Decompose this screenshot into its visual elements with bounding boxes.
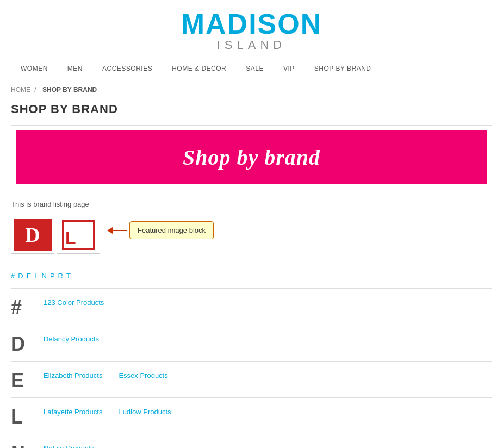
page-title: SHOP BY BRAND bbox=[0, 100, 503, 125]
nav-item-men[interactable]: MEN bbox=[58, 58, 92, 79]
section-letter-N: N bbox=[11, 440, 44, 448]
alpha-letter-N[interactable]: N bbox=[42, 272, 47, 280]
nav-item-sale[interactable]: SALE bbox=[236, 58, 274, 79]
brand-section-D: DDelancy Products bbox=[11, 325, 492, 362]
nav-item-women[interactable]: WOMEN bbox=[11, 58, 58, 79]
nav-item-home-&-decor[interactable]: HOME & DECOR bbox=[162, 58, 236, 79]
brand-link-delancy-products[interactable]: Delancy Products bbox=[44, 335, 99, 343]
brand-link-ludlow-products[interactable]: Ludlow Products bbox=[119, 408, 171, 416]
brand-section-E: EElizabeth ProductsEssex Products bbox=[11, 362, 492, 398]
section-letter-D: D bbox=[11, 331, 44, 356]
alpha-letter-E[interactable]: E bbox=[27, 272, 32, 280]
logo-island[interactable]: ISLAND bbox=[217, 38, 286, 52]
brand-link-essex-products[interactable]: Essex Products bbox=[119, 371, 167, 379]
nav-item-accessories[interactable]: ACCESSORIES bbox=[92, 58, 162, 79]
d-letter-icon: D bbox=[14, 219, 52, 251]
brand-image-l[interactable]: L bbox=[57, 216, 100, 254]
alpha-index: #DELNPRT bbox=[11, 265, 492, 289]
logo-madison[interactable]: MADISON bbox=[181, 10, 322, 38]
alpha-letter-T[interactable]: T bbox=[66, 272, 71, 280]
breadcrumb-current: SHOP BY BRAND bbox=[42, 86, 97, 94]
brand-link-lafayette-products[interactable]: Lafayette Products bbox=[44, 408, 102, 416]
brand-section-#: #123 Color Products bbox=[11, 289, 492, 325]
image-blocks-row: D L Featured image block bbox=[11, 216, 492, 254]
alpha-letter-D[interactable]: D bbox=[18, 272, 23, 280]
brand-sections: #123 Color ProductsDDelancy ProductsEEli… bbox=[11, 289, 492, 448]
main-content: Shop by brand This is brand listing page… bbox=[0, 125, 503, 448]
breadcrumb: HOME / SHOP BY BRAND bbox=[0, 79, 503, 100]
brand-link-123-color-products[interactable]: 123 Color Products bbox=[44, 298, 104, 307]
brand-link-nolita-products[interactable]: NoLita Products bbox=[44, 444, 94, 448]
l-inner-icon: L bbox=[62, 220, 95, 250]
alpha-letter-P[interactable]: P bbox=[50, 272, 55, 280]
arrow-line-icon bbox=[108, 230, 127, 231]
section-links-N: NoLita Products bbox=[44, 440, 94, 448]
nav-item-vip[interactable]: VIP bbox=[274, 58, 305, 79]
breadcrumb-home[interactable]: HOME bbox=[11, 86, 30, 94]
alpha-letter-R[interactable]: R bbox=[58, 272, 63, 280]
alpha-letter-#[interactable]: # bbox=[11, 272, 15, 280]
section-letter-L: L bbox=[11, 403, 44, 428]
section-links-#: 123 Color Products bbox=[44, 294, 104, 307]
nav-item-shop-by-brand[interactable]: SHOP BY BRAND bbox=[305, 58, 381, 79]
page-subtitle: This is brand listing page bbox=[11, 200, 492, 208]
tooltip-label: Featured image block bbox=[138, 226, 206, 234]
section-links-D: Delancy Products bbox=[44, 331, 99, 343]
l-letter-icon: L bbox=[65, 229, 76, 247]
alpha-letter-L[interactable]: L bbox=[34, 272, 38, 280]
brand-section-L: LLafayette ProductsLudlow Products bbox=[11, 398, 492, 434]
brand-link-elizabeth-products[interactable]: Elizabeth Products bbox=[44, 371, 102, 379]
banner-wrapper: Shop by brand bbox=[11, 125, 492, 189]
banner-text: Shop by brand bbox=[183, 145, 320, 170]
main-nav: WOMENMENACCESSORIESHOME & DECORSALEVIPSH… bbox=[0, 58, 503, 79]
section-links-E: Elizabeth ProductsEssex Products bbox=[44, 367, 168, 379]
featured-image-tooltip-group: Featured image block bbox=[108, 221, 214, 239]
featured-image-tooltip: Featured image block bbox=[129, 221, 214, 239]
brand-image-d[interactable]: D bbox=[11, 216, 54, 254]
tooltip-arrow bbox=[108, 225, 129, 236]
banner: Shop by brand bbox=[16, 130, 487, 184]
brand-section-N: NNoLita Products bbox=[11, 434, 492, 448]
site-header: MADISON ISLAND bbox=[0, 0, 503, 58]
breadcrumb-separator: / bbox=[34, 86, 36, 94]
section-links-L: Lafayette ProductsLudlow Products bbox=[44, 403, 171, 416]
section-letter-#: # bbox=[11, 294, 44, 319]
section-letter-E: E bbox=[11, 367, 44, 392]
